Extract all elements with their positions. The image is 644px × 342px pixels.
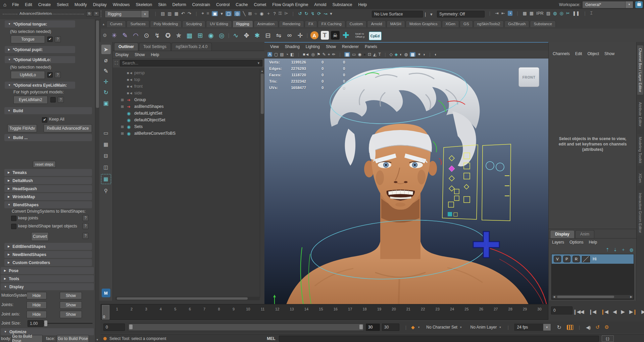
scroll-down-icon[interactable]: ▼ [96, 338, 99, 341]
film-gate-icon[interactable]: ▭ [352, 52, 356, 57]
menubar-item[interactable]: Modify [71, 2, 90, 7]
sidebar-tab[interactable]: Interactive Groom Editor [637, 190, 643, 236]
joint-size-slider[interactable] [42, 323, 93, 324]
camera-attrs-icon[interactable]: ◎ [311, 52, 314, 57]
menubar-item[interactable]: Deform [169, 2, 189, 7]
eyelidmain2-checkbox[interactable] [50, 97, 56, 102]
history-expand-icon[interactable]: ▾ [330, 11, 332, 16]
tpose-character-icon[interactable]: ✚ [341, 30, 351, 41]
render-icon[interactable]: ▩ [523, 11, 527, 16]
make-live-icon[interactable]: ◉ [260, 11, 263, 16]
ipr-label-icon[interactable]: IPR [536, 11, 544, 16]
step-back-key-button[interactable]: ❙◀ [601, 309, 608, 315]
menubar-item[interactable]: Skeleton [133, 2, 155, 7]
layout-two-stacked-icon[interactable]: ⊟ [101, 151, 111, 161]
grid-icon[interactable]: ▦ [344, 52, 350, 57]
snap-grid-icon[interactable]: ▢ [226, 11, 232, 16]
frame-tick[interactable]: 7 [197, 307, 211, 311]
section-optional-tongue[interactable]: ▼*Optional tongue: [5, 20, 75, 28]
collapsed-section[interactable]: ▶DeltaMush [4, 177, 92, 184]
frame-tick[interactable]: 23 [430, 307, 445, 311]
tongue-button[interactable]: Tongue [11, 35, 45, 43]
panel-tab[interactable]: ngSkinTools 2.4.0 [171, 43, 212, 51]
outliner-hscrollbar[interactable] [115, 297, 260, 300]
hud-toggle-icon[interactable]: T [378, 52, 381, 57]
viewport-panel[interactable]: y x Verts:119912600 Edges:227629300 Face… [264, 42, 548, 301]
shirt-icon[interactable]: T [321, 31, 329, 40]
show-button[interactable]: Show [60, 311, 82, 318]
menubar-item[interactable]: Display [90, 2, 110, 7]
paint-skin-weights-icon[interactable]: ✱ [252, 30, 263, 41]
fps-select[interactable]: 24 fps▼ [514, 324, 551, 331]
frame-tick[interactable]: 4 [153, 307, 168, 311]
shelf-tab[interactable]: GS [460, 20, 473, 27]
bookmark-icon[interactable]: ⚑ [317, 52, 320, 57]
workspace-select[interactable]: General*▼ [582, 1, 633, 8]
redo-icon[interactable]: ↷ [188, 11, 191, 16]
command-input[interactable] [279, 336, 599, 342]
anim-end-field[interactable]: 30 [382, 324, 399, 331]
shelf-icon[interactable]: ❘ [306, 30, 309, 41]
keep-targets-checkbox[interactable] [11, 224, 16, 229]
frame-tick[interactable]: 9 [226, 307, 241, 311]
symmetry-expand-icon[interactable]: ▾ [430, 12, 433, 17]
layer-playback-toggle[interactable]: P [563, 256, 571, 262]
shelf-tab[interactable]: Poly Modeling [150, 20, 182, 27]
outliner-search-input[interactable]: Search... ▼ [120, 60, 262, 67]
layer-editor-tab[interactable]: Display [550, 230, 575, 238]
current-frame-field[interactable]: 0 [551, 306, 573, 314]
frame-tick[interactable]: 17 [343, 307, 357, 311]
play-end-field[interactable]: 30 [366, 324, 380, 331]
leftpanel-scrollbar[interactable]: ▼ [95, 19, 100, 342]
select-object-icon[interactable]: ⌗ [207, 11, 209, 16]
point-constraint-icon[interactable]: ✛ [295, 30, 306, 41]
dock-float-button[interactable]: ⧉ [86, 11, 92, 16]
shelf-tab[interactable]: Curves [106, 20, 126, 27]
camera-icon[interactable]: ■◄ [303, 52, 309, 57]
display-layer-row[interactable]: V P R Hi [552, 254, 634, 264]
shelf-tab[interactable]: UV Editing [206, 20, 232, 27]
hide-button[interactable]: Hide [27, 292, 47, 299]
shelf-icon[interactable]: ❘ [227, 30, 231, 41]
channelbox-menu[interactable]: Edit [575, 51, 582, 56]
new-layer-icon[interactable]: ＋ [621, 247, 626, 253]
collapsed-section[interactable]: ▶HeadSquash [4, 185, 92, 192]
recent-commands-icon[interactable]: ◔ [508, 11, 512, 16]
sidebar-tab[interactable]: Attribute Editor [637, 99, 643, 129]
layer-editor-tab[interactable]: Anim [575, 230, 594, 238]
keep-targets-help-button[interactable]: ? [83, 223, 89, 229]
material-icon[interactable]: ◍ [404, 52, 408, 57]
viewport-menu[interactable]: View [267, 44, 282, 49]
snap-point-icon[interactable]: ⊞ [248, 11, 252, 16]
shelf-tab[interactable]: XGen [442, 20, 459, 27]
channelbox-menu[interactable]: Show [604, 51, 614, 56]
expand-icon[interactable]: ⊞ [121, 104, 127, 109]
set-key-icon[interactable]: ◆ [411, 325, 415, 330]
mirror-skin-weights-icon[interactable]: ⇋ [274, 30, 284, 41]
highlight-icon[interactable]: ⌲ [285, 11, 288, 16]
frame-tick[interactable]: 28 [503, 307, 517, 311]
filter-icon[interactable]: ⛶ [115, 60, 118, 66]
shaded-icon[interactable]: ◈ [395, 52, 398, 57]
viewport-menu[interactable]: Renderer [339, 44, 362, 49]
pencil-curve-icon[interactable]: ✎ [120, 30, 131, 41]
shelf-tab[interactable]: Rigging [233, 20, 253, 27]
isolate-icon[interactable]: ▤ [280, 52, 284, 57]
skeleton-icon[interactable]: ✪ [163, 30, 174, 41]
cut-icon[interactable]: ✂ [566, 11, 570, 16]
shelf-tab[interactable]: Surfaces [127, 20, 149, 27]
menubar-item[interactable]: Help [355, 2, 370, 7]
shelf-gear-icon[interactable]: ⚙ [103, 33, 107, 38]
symmetry-field[interactable]: Symmetry: Off [437, 11, 485, 17]
display-layers-icon[interactable]: ◍ [553, 11, 557, 16]
dock-close-button[interactable]: ✕ [93, 11, 99, 16]
outliner-item[interactable]: ■◄ side [113, 90, 264, 96]
save-scene-icon[interactable]: ▦ [175, 11, 179, 16]
outliner-item[interactable]: ◉ defaultObjectSet [113, 117, 264, 123]
frame-tick[interactable]: 27 [489, 307, 503, 311]
hik-character-icon[interactable]: ✯ [174, 30, 184, 41]
frame-tick[interactable]: 19 [372, 307, 386, 311]
viewport-tool-icon[interactable]: ❘ [297, 52, 300, 57]
viewport-tool-icon[interactable]: ❘ [428, 52, 432, 57]
outliner-vscrollbar[interactable]: ▲ [260, 69, 264, 298]
